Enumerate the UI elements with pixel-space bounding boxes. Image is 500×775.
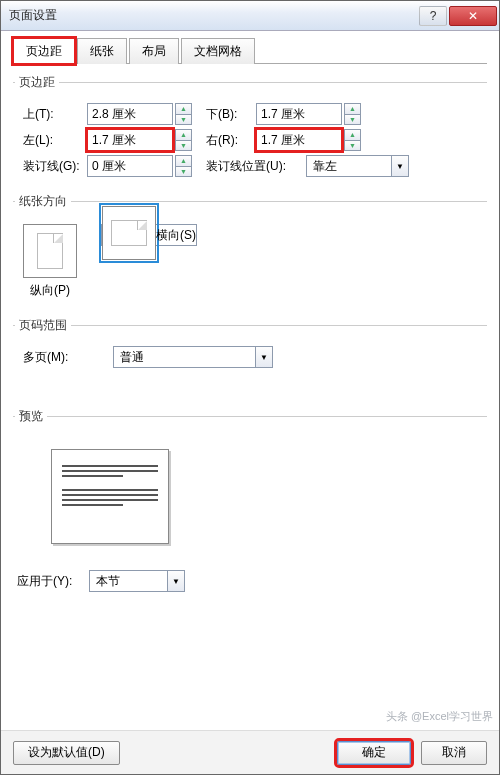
pages-group: 页码范围 多页(M): 普通 ▼	[13, 317, 487, 378]
right-input[interactable]: 1.7 厘米	[256, 129, 342, 151]
apply-value: 本节	[90, 573, 167, 590]
tab-margins[interactable]: 页边距	[13, 38, 75, 64]
gutter-spinner[interactable]: ▲▼	[175, 155, 192, 177]
gutter-pos-value: 靠左	[307, 158, 391, 175]
pages-legend: 页码范围	[15, 317, 71, 334]
dialog-footer: 设为默认值(D) 确定 取消	[1, 730, 499, 774]
preview-legend: 预览	[15, 408, 47, 425]
gutter-input[interactable]: 0 厘米	[87, 155, 173, 177]
help-button[interactable]: ?	[419, 6, 447, 26]
top-label: 上(T):	[15, 106, 87, 123]
gutter-pos-label: 装订线位置(U):	[206, 158, 306, 175]
tab-paper[interactable]: 纸张	[77, 38, 127, 64]
bottom-input[interactable]: 1.7 厘米	[256, 103, 342, 125]
orientation-group: 纸张方向 纵向(P) 横向(S)	[13, 193, 487, 311]
preview-group: 预览	[13, 408, 487, 558]
left-label: 左(L):	[15, 132, 87, 149]
right-spinner[interactable]: ▲▼	[344, 129, 361, 151]
landscape-label: 横向(S)	[156, 227, 196, 244]
cancel-button[interactable]: 取消	[421, 741, 487, 765]
top-spinner[interactable]: ▲▼	[175, 103, 192, 125]
portrait-label: 纵向(P)	[23, 282, 77, 299]
gutter-pos-select[interactable]: 靠左 ▼	[306, 155, 409, 177]
dropdown-icon: ▼	[255, 347, 272, 367]
margins-group: 页边距 上(T): 2.8 厘米 ▲▼ 下(B): 1.7 厘米 ▲▼ 左(L)…	[13, 74, 487, 187]
gutter-label: 装订线(G):	[15, 158, 87, 175]
margins-legend: 页边距	[15, 74, 59, 91]
titlebar: 页面设置 ? ✕	[1, 1, 499, 31]
dropdown-icon: ▼	[391, 156, 408, 176]
multi-label: 多页(M):	[15, 349, 113, 366]
tab-strip: 页边距 纸张 布局 文档网格	[13, 37, 487, 64]
ok-button[interactable]: 确定	[337, 741, 411, 765]
orientation-legend: 纸张方向	[15, 193, 71, 210]
dialog-body: 页边距 纸张 布局 文档网格 页边距 上(T): 2.8 厘米 ▲▼ 下(B):…	[1, 31, 499, 602]
page-setup-dialog: 页面设置 ? ✕ 页边距 纸张 布局 文档网格 页边距 上(T): 2.8 厘米…	[0, 0, 500, 775]
multi-value: 普通	[114, 349, 255, 366]
multi-select[interactable]: 普通 ▼	[113, 346, 273, 368]
apply-label: 应用于(Y):	[17, 573, 89, 590]
tab-grid[interactable]: 文档网格	[181, 38, 255, 64]
apply-select[interactable]: 本节 ▼	[89, 570, 185, 592]
landscape-option[interactable]: 横向(S)	[101, 224, 197, 246]
preview-image	[51, 449, 169, 544]
right-label: 右(R):	[206, 132, 256, 149]
left-input[interactable]: 1.7 厘米	[87, 129, 173, 151]
portrait-option[interactable]: 纵向(P)	[23, 224, 77, 299]
window-title: 页面设置	[1, 7, 418, 24]
tab-layout[interactable]: 布局	[129, 38, 179, 64]
apply-row: 应用于(Y): 本节 ▼	[13, 564, 487, 594]
watermark: 头条 @Excel学习世界	[386, 709, 493, 724]
left-spinner[interactable]: ▲▼	[175, 129, 192, 151]
bottom-spinner[interactable]: ▲▼	[344, 103, 361, 125]
close-button[interactable]: ✕	[449, 6, 497, 26]
top-input[interactable]: 2.8 厘米	[87, 103, 173, 125]
set-default-button[interactable]: 设为默认值(D)	[13, 741, 120, 765]
window-buttons: ? ✕	[418, 6, 499, 26]
dropdown-icon: ▼	[167, 571, 184, 591]
bottom-label: 下(B):	[206, 106, 256, 123]
